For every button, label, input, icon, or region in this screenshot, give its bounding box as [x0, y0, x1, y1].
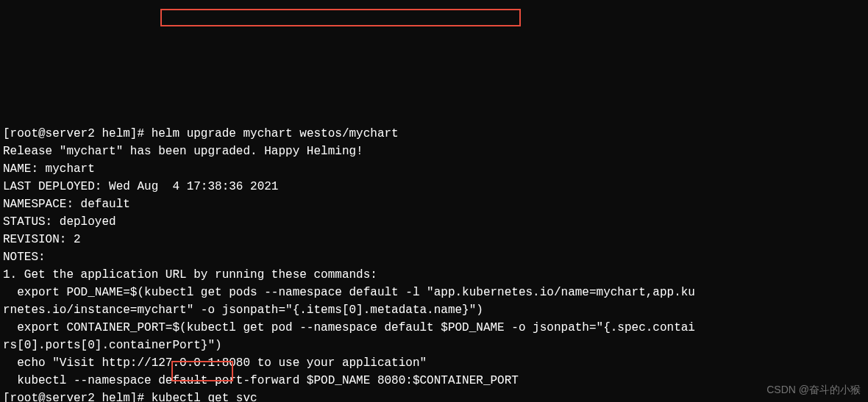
- output-line: export POD_NAME=$(kubectl get pods --nam…: [3, 286, 695, 299]
- output-line: kubectl --namespace default port-forward…: [3, 374, 519, 387]
- output-line: STATUS: deployed: [3, 215, 116, 229]
- highlight-box-command: [160, 9, 521, 26]
- highlight-box-version: [171, 361, 233, 381]
- output-line: LAST DEPLOYED: Wed Aug 4 17:38:36 2021: [3, 180, 278, 193]
- output-line: [root@server2 helm]# kubectl get svc: [3, 392, 257, 402]
- command-helm-upgrade: helm upgrade mychart westos/mychart: [152, 127, 399, 140]
- prompt: [root@server2 helm]#: [3, 127, 152, 140]
- output-line: export CONTAINER_PORT=$(kubectl get pod …: [3, 321, 695, 334]
- watermark: CSDN @奋斗的小猴: [766, 382, 861, 398]
- output-line: NAME: mychart: [3, 162, 95, 176]
- output-line: rs[0].ports[0].containerPort}"): [3, 339, 222, 352]
- output-line: NAMESPACE: default: [3, 198, 130, 211]
- terminal-output[interactable]: [root@server2 helm]# helm upgrade mychar…: [3, 125, 865, 402]
- output-line: 1. Get the application URL by running th…: [3, 268, 377, 281]
- output-line: NOTES:: [3, 251, 46, 264]
- output-line: rnetes.io/instance=mychart" -o jsonpath=…: [3, 304, 483, 317]
- output-line: Release "mychart" has been upgraded. Hap…: [3, 145, 363, 158]
- output-line: REVISION: 2: [3, 233, 81, 246]
